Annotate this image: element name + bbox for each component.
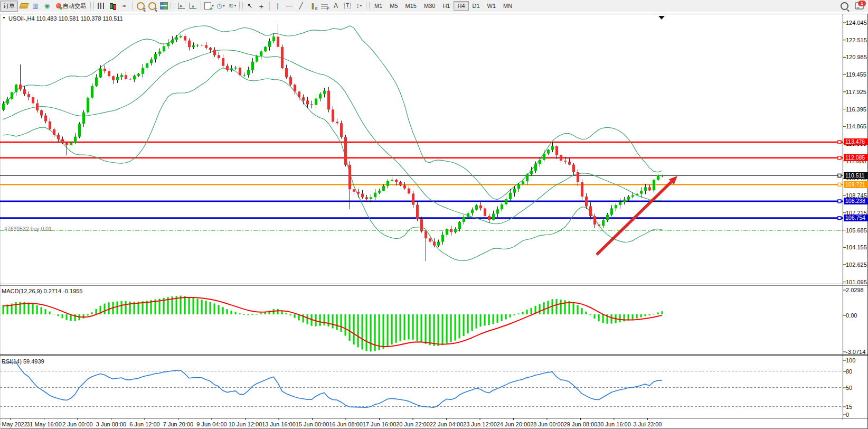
signals-icon-glyph: ◉: [44, 3, 50, 9]
price-tick-label: 101.095: [846, 279, 867, 285]
candlestick-chart-icon[interactable]: [107, 1, 118, 11]
chart-canvas[interactable]: [0, 14, 868, 429]
time-axis-label: 22 Jun 04:00: [430, 421, 464, 427]
autotrading-button[interactable]: 自动交易: [53, 1, 89, 12]
time-axis-label: 15 Jun 00:00: [296, 421, 329, 427]
macd-indicator-label: MACD(12,26,9) 0.2714 -0.1955: [2, 288, 82, 294]
time-axis-label: 16 Jun 08:00: [329, 421, 363, 427]
cursor-tool[interactable]: ↖: [244, 1, 256, 11]
line-chart-icon-glyph: ≈: [122, 3, 126, 9]
chart-menu-icon[interactable]: ▼: [2, 16, 6, 20]
time-axis-label: 28 Jun 00:00: [530, 421, 564, 427]
toolbar-grip: [366, 2, 370, 10]
macd-axis-label: -3.0714: [846, 349, 865, 355]
price-tick-label: 116.395: [846, 106, 866, 113]
price-tick-label: 105.685: [846, 227, 867, 234]
time-axis-label: 20 Jun 22:00: [396, 421, 430, 427]
profiles-button-glyph: ◷: [216, 3, 222, 9]
time-axis-label: 17 Jun 16:00: [363, 421, 397, 427]
dropdown-caret-icon: ▾: [234, 4, 237, 8]
timeframe-button-w1[interactable]: W1: [484, 1, 500, 11]
main-toolbar: 订单▥◉自动交易≈+−▸▴▾◷▾≋▾↖+|—╱∥EFAT↕▾M1M5M15M30…: [0, 0, 868, 12]
zoom-out-icon-sub: −: [155, 7, 157, 11]
timeframe-button-h1[interactable]: H1: [439, 1, 454, 11]
timeframe-button-m1[interactable]: M1: [371, 1, 386, 11]
profiles-button[interactable]: ◷▾: [215, 1, 227, 11]
macd-axis-label: 0.00: [846, 312, 857, 319]
dropdown-caret-icon: ▾: [223, 4, 225, 8]
channel-tool-sub: E: [315, 7, 318, 11]
time-axis-label: 31 May 16:00: [26, 421, 62, 427]
signals-icon[interactable]: ◉: [41, 1, 53, 11]
time-axis-label: 23 Jun 12:00: [463, 421, 497, 427]
macd-axis-label: 2.0298: [846, 287, 864, 293]
channel-tool[interactable]: ∥E: [307, 1, 318, 11]
bar-chart-icon[interactable]: [95, 1, 107, 11]
cursor-tool-glyph: ↖: [247, 3, 252, 9]
chart-shift-icon[interactable]: ▸: [175, 1, 187, 11]
chart-window: ▼ USOil-,H4 110.483 110.581 110.378 110.…: [0, 14, 868, 429]
toolbar-separator: [269, 2, 270, 10]
price-tick-label: 120.985: [846, 54, 867, 60]
timeframe-button-m15[interactable]: M15: [402, 1, 420, 11]
vline-tool[interactable]: |: [272, 1, 284, 11]
price-line-label: 113.476: [844, 138, 868, 145]
rsi-axis-label: 0: [846, 412, 849, 418]
toolbar-left-group: 订单▥◉自动交易≈+−▸▴▾◷▾≋▾↖+|—╱∥EFAT↕▾M1M5M15M30…: [0, 1, 516, 12]
rsi-axis-label: 100: [846, 357, 855, 363]
arrows-tool[interactable]: ↕▾: [353, 1, 365, 11]
label-tool[interactable]: T: [342, 1, 353, 11]
fibonacci-tool-sub: F: [327, 7, 329, 11]
time-axis-label: 6 Jun 12:00: [129, 421, 160, 427]
timeframe-button-m5[interactable]: M5: [386, 1, 401, 11]
zoom-out-icon[interactable]: −: [146, 1, 158, 11]
timeframe-button-h4[interactable]: H4: [454, 1, 468, 11]
price-tick-label: 102.625: [846, 262, 867, 268]
time-axis-label: 10 Jun 12:00: [229, 421, 262, 427]
toolbar-right-group: 1: [841, 0, 864, 12]
timeframe-button-m30[interactable]: M30: [420, 1, 439, 11]
indicators-button-glyph: ≋: [228, 3, 233, 9]
tile-windows-icon[interactable]: [158, 1, 169, 11]
line-chart-icon[interactable]: ≈: [118, 1, 130, 11]
rsi-axis-label: 15: [846, 404, 852, 410]
zoom-in-icon[interactable]: +: [135, 1, 146, 11]
market-watch-icon[interactable]: ▥: [30, 1, 41, 11]
timeframe-button-d1[interactable]: D1: [469, 1, 484, 11]
crosshair-tool[interactable]: +: [256, 1, 267, 11]
toolbar-grip: [239, 2, 243, 10]
indicators-button[interactable]: ≋▾: [227, 1, 238, 11]
new-order-icon[interactable]: [18, 1, 30, 11]
text-tool-glyph: A: [334, 3, 338, 9]
time-axis-label: 29 Jun 08:00: [564, 421, 598, 427]
new-chart-button[interactable]: ▾: [203, 1, 215, 11]
notifications-icon[interactable]: 1: [855, 2, 864, 10]
orders-panel-button[interactable]: 订单: [0, 1, 18, 12]
time-axis-label: 9 Jun 04:00: [196, 421, 227, 427]
text-tool[interactable]: A: [330, 1, 342, 11]
fibonacci-tool[interactable]: F: [318, 1, 330, 11]
time-axis-label: 30 May 2022: [0, 421, 27, 427]
market-watch-icon-glyph: ▥: [32, 3, 38, 9]
time-axis-label: 3 Jul 23:00: [634, 421, 662, 427]
new-chart-button-glyph: [204, 2, 211, 10]
rsi-axis-label: 50: [846, 385, 852, 391]
new-order-icon-glyph: [19, 3, 29, 8]
time-axis-label: 2 Jun 00:00: [62, 421, 93, 427]
time-axis-label: 30 Jun 16:00: [597, 421, 631, 427]
dropdown-caret-icon: ▾: [360, 4, 362, 8]
price-line-label: 112.085: [844, 154, 868, 161]
trendline-tool[interactable]: ╱: [295, 1, 307, 11]
rsi-indicator-label: RSI(14) 59.4939: [2, 358, 44, 365]
price-line-label: 108.238: [844, 198, 868, 204]
toolbar-grip: [90, 2, 94, 10]
search-icon[interactable]: [841, 2, 848, 10]
rsi-axis-label: 80: [846, 368, 852, 375]
auto-scroll-icon[interactable]: ▴: [187, 1, 199, 11]
chart-shift-icon-glyph: ▸: [178, 3, 185, 9]
tile-windows-icon-glyph: [160, 2, 168, 10]
hline-tool[interactable]: —: [284, 1, 295, 11]
time-axis-label: 13 Jun 16:00: [262, 421, 296, 427]
timeframe-button-mn[interactable]: MN: [499, 1, 516, 11]
price-tick-label: 114.865: [846, 123, 866, 129]
